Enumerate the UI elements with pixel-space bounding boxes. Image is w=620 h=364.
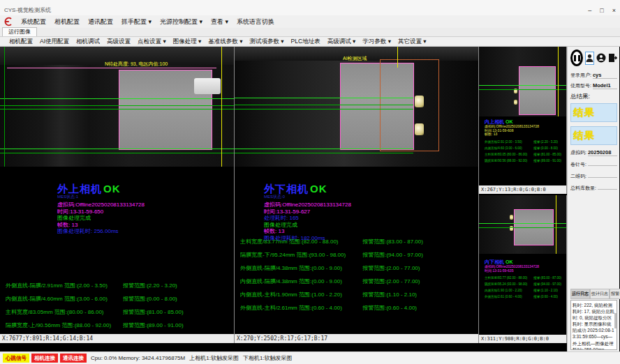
toolbar-button[interactable]: 图像处理 ▾ xyxy=(170,38,205,46)
toolbar-button[interactable]: 基准线参数 ▾ xyxy=(205,38,246,46)
status-badge: 通讯连接 xyxy=(60,354,87,363)
stock-count-label: 总料库数量: xyxy=(570,185,596,192)
mes-status: MES状态:0 xyxy=(264,195,478,199)
menu-item[interactable]: 相机配置 xyxy=(50,17,84,26)
operator-button[interactable] xyxy=(596,52,606,65)
measurement-row: 隔膜宽度-下/95.24mm 范围:(93.00 - 98.00) 报警范围:(… xyxy=(240,248,475,261)
minimize-icon[interactable]: – xyxy=(588,7,591,14)
time-line: 时间:13-31-59-635 xyxy=(485,269,566,273)
alarm-range: 报警范围:(2.20 - 3.20) xyxy=(123,282,231,289)
virtual-code-line: 虚拟码:Offline20250208133134728 xyxy=(264,202,478,208)
log-scrollbar[interactable] xyxy=(614,313,617,328)
login-user-button[interactable] xyxy=(585,52,594,65)
edge-line-yellow xyxy=(556,195,556,254)
alarm-range: 报警:(1.10 - 2.10) xyxy=(533,289,566,292)
ok-status: OK xyxy=(505,119,513,124)
tab-run-image[interactable]: 运行图像 xyxy=(2,27,37,36)
edge-line-yellow xyxy=(397,47,398,68)
tab-run-log[interactable]: 运行日志 xyxy=(570,289,590,299)
menu-item[interactable]: 光源控制配置 ▾ xyxy=(156,17,207,26)
camera-image-inner-upper[interactable] xyxy=(479,47,566,116)
result-overlay-mini: 内下相机OK 虚拟码:Offline20250208133134728 时间:1… xyxy=(479,257,566,334)
measurement-value: 内侧直线-隔膜/4.60mm 范围:(3.00 - 6.00) xyxy=(6,295,123,303)
baseline-green xyxy=(235,109,413,109)
measurement-value: 外侧直线/2.91 (2.00 - 3.50) xyxy=(485,140,533,144)
measurement-value: 外侧直线-隔膜/4.38mm 范围:(0.00 - 9.00) xyxy=(240,264,362,272)
edge-line-yellow xyxy=(221,47,222,167)
measurement-value: 外侧直线/2.61 (0.60 - 4.00) xyxy=(485,295,533,298)
maximize-icon[interactable]: □ xyxy=(600,7,603,14)
process-done-line: 图像处理完成 xyxy=(264,222,478,229)
window-title: CYS-视觉检测系统 xyxy=(4,6,51,14)
menu-item[interactable]: 系统配置 xyxy=(17,17,50,26)
frame-count-line: 帧数: 13 xyxy=(264,228,478,235)
toolbar-button[interactable]: 测试项参数 ▾ xyxy=(246,38,287,46)
toolbar-button[interactable]: 点检设置 ▾ xyxy=(134,38,170,46)
camera-image-outer-upper[interactable]: N特处高度: 93, 电区内值:100 xyxy=(0,47,234,167)
model-row: 使用型号: Model1 xyxy=(570,82,617,89)
login-user-label: 登录用户: xyxy=(570,72,591,79)
close-icon[interactable]: × xyxy=(612,7,616,14)
measurement-value: 内侧直线/1.90 (1.00 - 2.20) xyxy=(485,289,533,292)
led-highlight xyxy=(510,215,513,220)
baseline-green xyxy=(235,149,413,149)
measurement-value: 内侧直线/4.60 (3.00 - 6.00) xyxy=(485,146,533,150)
pause-button[interactable] xyxy=(570,50,583,66)
pixel-coordinates-readout: X:7677;Y:891;R:14;G:14;B:14 xyxy=(0,334,234,343)
app-window: CYS-视觉检测系统 – □ × 系统配置相机配置通讯配置抓手配置 ▾光源控制配… xyxy=(0,0,620,364)
tab-stats-log[interactable]: 统计日志 xyxy=(590,289,610,299)
alarm-range: 报警范围:(89.00 - 91.00) xyxy=(123,321,231,329)
toolbar-items: 相机配置AI使用配置相机调试高级设置点检设置 ▾图像处理 ▾基准线参数 ▾测试项… xyxy=(6,38,430,46)
tab-bar: 运行图像 xyxy=(0,28,620,37)
control-sidebar: 登录用户: cys 使用型号: Model1 总结果: 结果 结果 虚拟码: 2… xyxy=(567,47,619,351)
pin-number-label: 卷针号: xyxy=(570,161,586,168)
upper-camera-mode: 上相机1:软触发采图 xyxy=(189,354,239,362)
baseline-green xyxy=(0,149,234,149)
measurement-value: 隔膜宽度/95.24 (93.00 - 98.00) xyxy=(485,282,533,286)
measurement-value: 隔膜宽度-下/95.24mm 范围:(93.00 - 98.00) xyxy=(240,251,362,259)
camera-image-inner-lower[interactable] xyxy=(479,195,566,254)
elapsed-line: 处理耗时: 165 xyxy=(264,215,478,222)
toolbar-button[interactable]: 学习参数 ▾ xyxy=(359,38,394,46)
measurement-value: 隔膜宽度-上/90.56mm 范围:(88.00 - 92.00) xyxy=(6,321,123,329)
time-line: 时间:13-31-59-627 xyxy=(264,208,478,215)
alarm-range: 报警:(0.00 - 8.00) xyxy=(533,146,566,150)
measurement-value: 主料宽度/83.05mm 范围:(80.00 - 86.00) xyxy=(6,308,123,316)
measurement-row: 外侧直线-隔膜/4.38mm 范围:(0.00 - 9.00) 报警范围:(2.… xyxy=(240,261,475,275)
stock-count-value xyxy=(598,183,617,190)
exit-button[interactable] xyxy=(608,52,617,65)
sidebar-buttons xyxy=(570,50,617,66)
ai-roi-label: AI检测区域 xyxy=(343,55,367,62)
total-result-label: 总结果: xyxy=(570,93,617,101)
alarm-range: 报警:(2.20 - 3.20) xyxy=(533,140,566,144)
led-highlight xyxy=(415,123,424,135)
tab-alarm-log[interactable]: 报警日志 xyxy=(610,289,620,299)
menu-item[interactable]: 系统语言切换 xyxy=(232,17,279,26)
toolbar-button[interactable]: PLC地址表 xyxy=(288,38,324,46)
model-value: Model1 xyxy=(593,82,617,89)
time-line: 时间:13-31-59-650 xyxy=(57,208,234,215)
ok-status: OK xyxy=(103,183,121,195)
log-output[interactable]: 耗时: 222, 疵陷检测耗时: 17, 疵陷分息耗时: 0, 疵陷提取分区耗时… xyxy=(570,300,617,350)
pixel-coordinates-readout: X:267;Y:13;R:0;G:0;B:0 xyxy=(479,185,566,194)
toolbar-button[interactable]: 相机配置 xyxy=(6,38,36,46)
tab-connector-region xyxy=(194,78,221,94)
camera-image-outer-lower[interactable]: AI检测区域 xyxy=(235,47,478,167)
toolbar-button[interactable]: 高级设置 xyxy=(103,38,134,46)
status-badge: 心跳信号 xyxy=(3,354,29,363)
alarm-range: 报警范围:(2.00 - 77.00) xyxy=(362,264,475,272)
menu-item[interactable]: 查看 ▾ xyxy=(207,17,232,26)
measurement-value: 外侧直线-主料/2.61mm 范围:(0.60 - 4.00) xyxy=(240,304,362,312)
toolbar-button[interactable]: 其它设置 ▾ xyxy=(394,38,430,46)
alarm-range: 报警:(94.00 - 97.00) xyxy=(533,282,566,286)
camera-result-title: 外下相机OK xyxy=(264,183,478,195)
toolbar-button[interactable]: 相机调试 xyxy=(73,38,103,46)
menu-item[interactable]: 通讯配置 xyxy=(84,17,117,26)
toolbar-button[interactable]: AI使用配置 xyxy=(36,38,73,46)
toolbar-button[interactable]: 高级调试 ▾ xyxy=(324,38,360,46)
measure-line-pink xyxy=(7,68,216,68)
alarm-range: 报警范围:(83.00 - 87.00) xyxy=(362,238,475,245)
measurement-rows: 外侧直线/2.91 (2.00 - 3.50) 报警:(2.20 - 3.20)… xyxy=(485,139,566,164)
measurement-value: 主料宽度/83.77 (82.00 - 88.00) xyxy=(485,276,533,280)
menu-item[interactable]: 抓手配置 ▾ xyxy=(117,17,156,26)
